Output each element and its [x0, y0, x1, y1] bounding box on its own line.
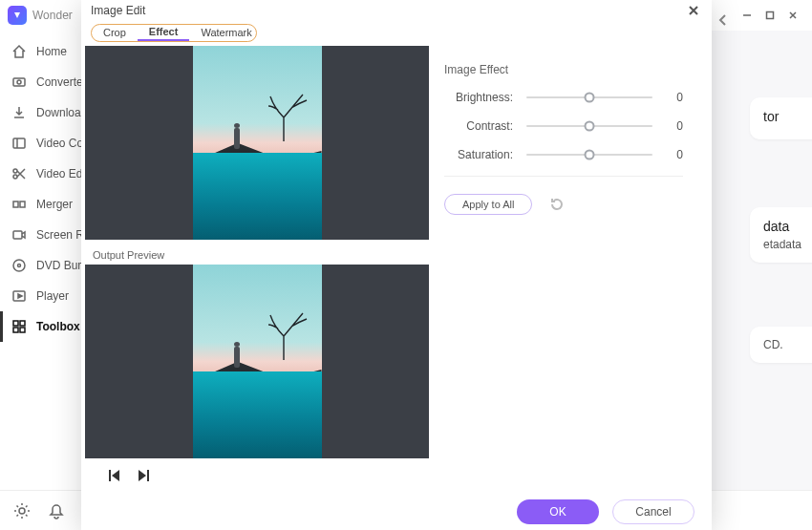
svg-rect-6	[13, 201, 18, 207]
sidebar-item-label: Converter	[36, 75, 87, 89]
sidebar-item-label: Home	[36, 45, 67, 58]
slider-label: Brightness:	[444, 91, 513, 104]
section-title: Image Effect	[444, 63, 683, 76]
output-preview-label: Output Preview	[93, 249, 425, 261]
card[interactable]: tor	[750, 97, 812, 139]
app-logo	[8, 6, 27, 25]
settings-icon[interactable]	[13, 502, 31, 519]
scissors-icon	[11, 166, 27, 181]
tab-label: Crop	[103, 27, 126, 38]
card-title: tor	[763, 109, 812, 124]
cancel-button[interactable]: Cancel	[612, 499, 694, 524]
image-edit-dialog: Image Edit Crop Effect Watermark Output …	[81, 0, 712, 530]
divider	[444, 176, 683, 177]
toolbox-icon	[11, 319, 27, 334]
saturation-slider[interactable]	[526, 147, 652, 162]
tab-watermark[interactable]: Watermark	[189, 25, 257, 42]
slider-label: Saturation:	[444, 148, 513, 161]
play-icon	[11, 288, 27, 304]
recorder-icon	[11, 227, 27, 243]
brightness-row: Brightness: 0	[444, 90, 683, 105]
svg-rect-1	[13, 78, 25, 86]
brightness-slider[interactable]	[526, 90, 652, 105]
compress-icon	[11, 136, 27, 151]
slider-value: 0	[666, 119, 683, 133]
svg-point-16	[19, 508, 25, 514]
tree-icon	[265, 89, 317, 145]
svg-point-2	[17, 80, 21, 84]
tab-label: Effect	[149, 26, 179, 37]
svg-rect-3	[13, 138, 25, 148]
effect-controls: Image Effect Brightness: 0 Contrast: 0 S…	[444, 46, 712, 493]
tab-crop[interactable]: Crop	[92, 25, 138, 42]
tab-effect[interactable]: Effect	[138, 25, 190, 42]
app-title: Wonder	[32, 9, 73, 22]
svg-point-4	[13, 169, 17, 173]
input-preview	[85, 46, 429, 240]
disc-icon	[11, 258, 27, 273]
playback-bar	[85, 458, 425, 493]
merger-icon	[11, 197, 27, 212]
svg-rect-0	[767, 12, 774, 19]
output-preview	[85, 265, 429, 458]
tree-icon	[265, 307, 317, 364]
card-text: CD.	[763, 338, 812, 351]
home-icon	[11, 44, 27, 59]
minimize-button[interactable]	[736, 4, 759, 27]
card[interactable]: CD.	[750, 327, 812, 363]
svg-point-10	[18, 265, 21, 267]
back-icon[interactable]	[716, 13, 734, 31]
tab-bar: Crop Effect Watermark	[91, 24, 257, 43]
close-dialog-button[interactable]	[685, 2, 702, 19]
svg-rect-13	[20, 321, 25, 326]
contrast-slider[interactable]	[526, 118, 652, 134]
prev-frame-button[interactable]	[106, 468, 121, 483]
svg-rect-7	[20, 201, 25, 207]
svg-rect-14	[13, 328, 18, 332]
dialog-title: Image Edit	[91, 4, 145, 17]
card[interactable]: data etadata	[750, 207, 812, 263]
download-icon	[11, 105, 27, 120]
slider-label: Contrast:	[444, 119, 513, 133]
preview-image	[193, 265, 322, 458]
svg-rect-12	[13, 321, 18, 326]
close-window-button[interactable]	[781, 4, 804, 27]
sidebar-item-label: Download	[36, 106, 87, 119]
next-frame-button[interactable]	[137, 468, 152, 483]
maximize-button[interactable]	[759, 4, 781, 27]
converter-icon	[11, 74, 27, 90]
card-title: data	[763, 219, 812, 234]
dialog-footer: OK Cancel	[81, 493, 712, 530]
svg-point-9	[13, 260, 25, 271]
svg-rect-8	[13, 231, 22, 239]
ok-button[interactable]: OK	[517, 499, 599, 524]
sidebar-item-label: Merger	[36, 198, 73, 211]
bell-icon[interactable]	[48, 502, 65, 519]
card-sub: etadata	[763, 238, 812, 251]
slider-value: 0	[666, 148, 683, 161]
sidebar-item-label: Player	[36, 289, 69, 303]
reset-icon[interactable]	[549, 197, 565, 212]
slider-value: 0	[666, 91, 683, 104]
sidebar-item-label: Toolbox	[36, 320, 80, 333]
svg-rect-15	[20, 328, 25, 332]
saturation-row: Saturation: 0	[444, 147, 683, 162]
svg-point-5	[13, 175, 17, 179]
tab-label: Watermark	[201, 27, 251, 38]
contrast-row: Contrast: 0	[444, 118, 683, 134]
apply-to-all-button[interactable]: Apply to All	[444, 194, 532, 215]
dialog-header: Image Edit	[81, 0, 712, 22]
preview-image	[193, 46, 322, 240]
